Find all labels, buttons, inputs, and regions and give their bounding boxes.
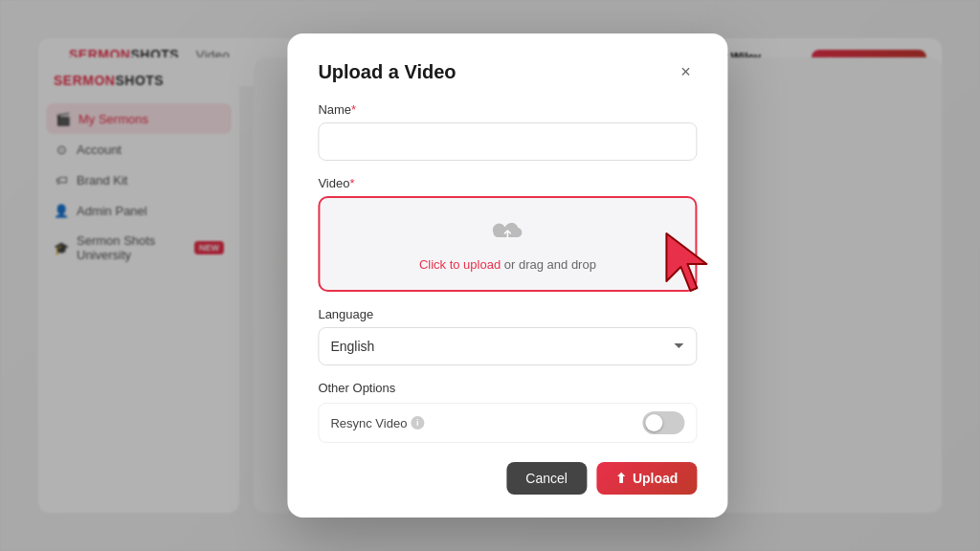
cloud-upload-icon xyxy=(490,216,524,252)
name-label: Name* xyxy=(318,102,697,117)
resync-info-icon[interactable]: i xyxy=(411,416,424,430)
svg-marker-0 xyxy=(666,233,706,291)
modal-footer: Cancel ⬆ Upload xyxy=(318,462,697,495)
cursor-decoration xyxy=(657,229,724,299)
other-options-group: Other Options Resync Video i xyxy=(318,381,697,443)
video-form-group: Video* Click to upload or drag and drop xyxy=(318,176,697,292)
modal-title: Upload a Video xyxy=(318,61,456,83)
name-input[interactable] xyxy=(318,122,697,161)
name-form-group: Name* xyxy=(318,102,697,161)
resync-video-row: Resync Video i xyxy=(318,403,697,443)
upload-text: Click to upload or drag and drop xyxy=(419,257,596,272)
upload-video-modal: Upload a Video × Name* Video* Click to u… xyxy=(287,33,727,518)
language-form-group: Language English Spanish French German xyxy=(318,307,697,365)
video-upload-area[interactable]: Click to upload or drag and drop xyxy=(318,196,697,292)
language-label: Language xyxy=(318,307,697,321)
language-select[interactable]: English Spanish French German xyxy=(318,327,697,365)
cancel-button[interactable]: Cancel xyxy=(506,462,587,495)
upload-button[interactable]: ⬆ Upload xyxy=(596,462,697,495)
modal-close-button[interactable]: × xyxy=(674,60,697,83)
other-options-label: Other Options xyxy=(318,381,697,395)
resync-toggle[interactable] xyxy=(642,411,684,434)
video-label: Video* xyxy=(318,176,697,190)
resync-video-label: Resync Video i xyxy=(330,416,424,430)
modal-header: Upload a Video × xyxy=(318,60,697,83)
